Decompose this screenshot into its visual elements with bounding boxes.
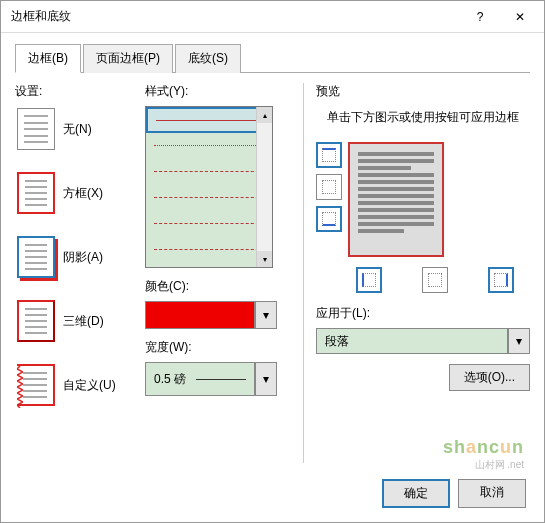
- preview-column: 预览 单击下方图示或使用按钮可应用边框: [303, 83, 530, 463]
- titlebar: 边框和底纹 ? ✕: [1, 1, 544, 33]
- tab-borders[interactable]: 边框(B): [15, 44, 81, 73]
- scroll-up-icon[interactable]: ▴: [257, 107, 272, 123]
- preview-area: [316, 142, 530, 257]
- settings-column: 设置: 无(N) 方框(X) 阴影: [15, 83, 135, 463]
- style-column: 样式(Y): ▴ ▾ 颜色(C):: [145, 83, 293, 463]
- width-picker[interactable]: 0.5 磅 ▾: [145, 362, 293, 396]
- ok-button[interactable]: 确定: [382, 479, 450, 508]
- cancel-button[interactable]: 取消: [458, 479, 526, 508]
- tab-bar: 边框(B) 页面边框(P) 底纹(S): [15, 43, 530, 73]
- preview-bottom-buttons: [356, 267, 530, 293]
- border-top-icon: [322, 148, 336, 162]
- chevron-down-icon: ▾: [516, 334, 522, 348]
- setting-none[interactable]: 无(N): [15, 106, 135, 152]
- apply-to-label: 应用于(L):: [316, 305, 530, 322]
- window-title: 边框和底纹: [11, 8, 460, 25]
- style-listbox[interactable]: ▴ ▾: [145, 106, 273, 268]
- border-left-icon: [362, 273, 376, 287]
- style-item-dashed[interactable]: [146, 185, 272, 211]
- dialog-content: 边框(B) 页面边框(P) 底纹(S) 设置: 无(N) 方框(X): [1, 33, 544, 473]
- setting-3d[interactable]: 三维(D): [15, 298, 135, 344]
- setting-box-icon: [17, 172, 55, 214]
- width-display: 0.5 磅: [145, 362, 255, 396]
- main-panel: 设置: 无(N) 方框(X) 阴影: [15, 83, 530, 463]
- setting-none-icon: [17, 108, 55, 150]
- style-item-dashdotdot[interactable]: [146, 237, 272, 263]
- border-vcenter-button[interactable]: [422, 267, 448, 293]
- help-button[interactable]: ?: [460, 3, 500, 31]
- setting-custom-icon: [17, 364, 55, 406]
- style-item-dashdot[interactable]: [146, 211, 272, 237]
- color-dropdown-button[interactable]: ▾: [255, 301, 277, 329]
- setting-shadow-icon: [17, 236, 55, 278]
- preview-hint: 单击下方图示或使用按钮可应用边框: [316, 108, 530, 126]
- tab-page-border[interactable]: 页面边框(P): [83, 44, 173, 73]
- close-icon: ✕: [515, 10, 525, 24]
- preview-label: 预览: [316, 83, 530, 100]
- border-top-button[interactable]: [316, 142, 342, 168]
- apply-to-dropdown-button[interactable]: ▾: [508, 328, 530, 354]
- border-bottom-button[interactable]: [316, 206, 342, 232]
- style-scrollbar[interactable]: ▴ ▾: [256, 107, 272, 267]
- setting-3d-icon: [17, 300, 55, 342]
- width-sample-line: [196, 379, 246, 380]
- border-vcenter-icon: [428, 273, 442, 287]
- setting-custom[interactable]: 自定义(U): [15, 362, 135, 408]
- chevron-down-icon: ▾: [263, 372, 269, 386]
- options-row: 选项(O)...: [316, 364, 530, 391]
- tab-shading[interactable]: 底纹(S): [175, 44, 241, 73]
- question-icon: ?: [477, 10, 484, 24]
- apply-to-value: 段落: [316, 328, 508, 354]
- setting-box[interactable]: 方框(X): [15, 170, 135, 216]
- chevron-down-icon: ▾: [263, 308, 269, 322]
- border-bottom-icon: [322, 212, 336, 226]
- setting-shadow[interactable]: 阴影(A): [15, 234, 135, 280]
- style-item-solid[interactable]: [146, 107, 272, 133]
- apply-to-select[interactable]: 段落 ▾: [316, 328, 530, 354]
- style-item-dotted[interactable]: [146, 133, 272, 159]
- border-hcenter-button[interactable]: [316, 174, 342, 200]
- scroll-down-icon[interactable]: ▾: [257, 251, 272, 267]
- close-button[interactable]: ✕: [500, 3, 540, 31]
- style-item-dash-sparse[interactable]: [146, 159, 272, 185]
- style-label: 样式(Y):: [145, 83, 293, 100]
- settings-label: 设置:: [15, 83, 135, 100]
- preview-left-buttons: [316, 142, 342, 257]
- border-right-icon: [494, 273, 508, 287]
- preview-document[interactable]: [348, 142, 444, 257]
- dialog-footer: 确定 取消: [382, 479, 526, 508]
- border-hcenter-icon: [322, 180, 336, 194]
- border-right-button[interactable]: [488, 267, 514, 293]
- width-dropdown-button[interactable]: ▾: [255, 362, 277, 396]
- options-button[interactable]: 选项(O)...: [449, 364, 530, 391]
- dialog-window: 边框和底纹 ? ✕ 边框(B) 页面边框(P) 底纹(S) 设置: 无(N): [0, 0, 545, 523]
- width-label: 宽度(W):: [145, 339, 293, 356]
- color-picker[interactable]: ▾: [145, 301, 293, 329]
- color-label: 颜色(C):: [145, 278, 293, 295]
- border-left-button[interactable]: [356, 267, 382, 293]
- color-swatch: [145, 301, 255, 329]
